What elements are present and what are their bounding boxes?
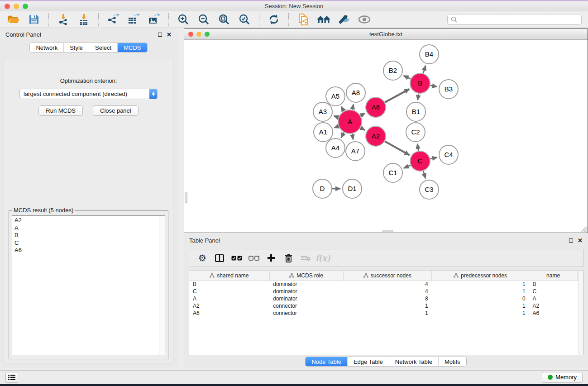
zoom-selected-button[interactable] bbox=[237, 13, 252, 26]
clone-network-button[interactable] bbox=[296, 13, 311, 26]
zoom-network-button[interactable] bbox=[205, 32, 210, 37]
memory-button[interactable]: Memory bbox=[542, 372, 583, 383]
edge-A-A2[interactable] bbox=[361, 128, 365, 130]
minimize-window-button[interactable] bbox=[14, 4, 19, 9]
table-cell[interactable]: 8 bbox=[343, 295, 431, 302]
close-window-button[interactable] bbox=[5, 4, 10, 9]
tab-network[interactable]: Network bbox=[30, 43, 63, 52]
zoom-fit-button[interactable] bbox=[217, 13, 231, 26]
zoom-out-button[interactable] bbox=[196, 13, 211, 26]
table-cell[interactable]: A2 bbox=[529, 302, 578, 310]
node-A3[interactable]: A3 bbox=[313, 102, 332, 121]
run-mcds-button[interactable]: Run MCDS bbox=[38, 105, 83, 116]
node-B3[interactable]: B3 bbox=[439, 80, 458, 99]
table-cell[interactable]: A6 bbox=[189, 310, 269, 317]
mcds-result-list[interactable]: A2ABCA6 bbox=[12, 215, 165, 355]
export-table-button[interactable] bbox=[126, 13, 141, 26]
node-C[interactable]: C bbox=[410, 151, 430, 171]
node-A4[interactable]: A4 bbox=[326, 138, 345, 157]
float-table-panel-icon[interactable] bbox=[569, 238, 573, 243]
column-header-MCDS-role[interactable]: MCDS role bbox=[269, 271, 343, 281]
node-A5[interactable]: A5 bbox=[326, 87, 345, 106]
edge-A-A4[interactable] bbox=[341, 133, 344, 138]
edge-C-C2[interactable] bbox=[417, 144, 418, 151]
destroy-table-button[interactable] bbox=[297, 250, 314, 266]
node-B1[interactable]: B1 bbox=[406, 102, 425, 121]
canvas-horizontal-scroll-nub[interactable] bbox=[382, 230, 393, 232]
edge-C-C4[interactable] bbox=[430, 157, 437, 159]
table-cell[interactable]: connector bbox=[269, 310, 343, 317]
mcds-result-item[interactable]: A6 bbox=[14, 247, 165, 254]
table-cell[interactable]: 1 bbox=[432, 302, 529, 310]
tab-motifs[interactable]: Motifs bbox=[438, 357, 466, 366]
table-cell[interactable]: dominator bbox=[269, 281, 343, 288]
node-A[interactable]: A bbox=[338, 110, 362, 133]
table-cell[interactable]: 1 bbox=[343, 302, 431, 310]
table-cell[interactable]: A6 bbox=[529, 310, 578, 317]
node-D1[interactable]: D1 bbox=[343, 179, 362, 198]
edge-A-A1[interactable] bbox=[334, 126, 339, 128]
table-settings-button[interactable]: ⚙ bbox=[194, 250, 211, 266]
resize-grip-icon[interactable] bbox=[580, 225, 587, 232]
tab-network-table[interactable]: Network Table bbox=[389, 357, 438, 366]
edge-A-A6[interactable] bbox=[361, 113, 365, 116]
import-network-button[interactable] bbox=[56, 13, 71, 26]
table-cell[interactable]: C bbox=[529, 288, 578, 295]
node-A2[interactable]: A2 bbox=[366, 126, 386, 146]
table-cell[interactable]: dominator bbox=[269, 288, 343, 295]
column-header-successor-nodes[interactable]: successor nodes bbox=[343, 271, 431, 281]
edge-A-A5[interactable] bbox=[341, 107, 344, 111]
tab-select[interactable]: Select bbox=[89, 43, 117, 52]
table-cell[interactable]: 4 bbox=[343, 281, 431, 288]
show-task-history-button[interactable] bbox=[5, 372, 18, 383]
node-C2[interactable]: C2 bbox=[406, 123, 425, 142]
close-table-panel-icon[interactable]: ✕ bbox=[578, 238, 583, 243]
minimize-network-button[interactable] bbox=[196, 32, 201, 37]
close-network-button[interactable] bbox=[188, 32, 193, 37]
select-all-rows-button[interactable] bbox=[228, 250, 245, 266]
table-cell[interactable]: connector bbox=[269, 302, 343, 310]
zoom-window-button[interactable] bbox=[23, 4, 28, 9]
export-network-button[interactable] bbox=[106, 13, 120, 26]
table-cell[interactable]: A bbox=[529, 295, 578, 302]
tab-style[interactable]: Style bbox=[63, 43, 89, 52]
deselect-all-rows-button[interactable] bbox=[245, 250, 263, 266]
node-A8[interactable]: A8 bbox=[346, 83, 365, 102]
edge-B-B2[interactable] bbox=[404, 76, 411, 79]
network-canvas[interactable]: AA1A2A3A4A5A6A7A8BB1B2B3B4CC1C2C3C4DD1 bbox=[184, 40, 588, 233]
column-header-predecessor-nodes[interactable]: predecessor nodes bbox=[432, 271, 529, 281]
table-cell[interactable]: C bbox=[189, 288, 269, 295]
table-cell[interactable]: A bbox=[189, 295, 269, 302]
table-cell[interactable]: 1 bbox=[432, 288, 529, 295]
mcds-result-item[interactable]: A2 bbox=[14, 217, 165, 224]
float-panel-icon[interactable] bbox=[158, 32, 162, 38]
create-column-button[interactable] bbox=[263, 250, 280, 266]
open-session-button[interactable] bbox=[6, 13, 21, 26]
edge-B-B4[interactable] bbox=[423, 66, 425, 73]
delete-column-button[interactable] bbox=[280, 250, 297, 266]
close-panel-button[interactable]: Close panel bbox=[93, 105, 139, 116]
optimization-select[interactable]: largest connected component (directed) bbox=[19, 89, 158, 99]
node-A1[interactable]: A1 bbox=[314, 123, 333, 142]
node-C4[interactable]: C4 bbox=[439, 145, 458, 164]
column-header-name[interactable]: name bbox=[529, 271, 578, 281]
table-cell[interactable]: dominator bbox=[269, 295, 343, 302]
column-visibility-button[interactable] bbox=[211, 250, 228, 266]
mcds-result-item[interactable]: B bbox=[14, 232, 165, 239]
edge-C-C3[interactable] bbox=[423, 171, 425, 178]
tab-edge-table[interactable]: Edge Table bbox=[347, 357, 389, 366]
apply-layout-button[interactable] bbox=[267, 13, 281, 26]
result-list-scrollbar[interactable] bbox=[159, 216, 165, 355]
import-table-button[interactable] bbox=[76, 13, 91, 26]
tab-node-table[interactable]: Node Table bbox=[306, 357, 347, 366]
node-B2[interactable]: B2 bbox=[383, 61, 402, 80]
node-D[interactable]: D bbox=[313, 179, 332, 198]
save-session-button[interactable] bbox=[27, 13, 41, 26]
mcds-result-item[interactable]: A bbox=[14, 224, 165, 232]
table-cell[interactable]: B bbox=[189, 281, 269, 288]
canvas-vertical-scroll-nub[interactable] bbox=[185, 192, 187, 203]
edge-B-B3[interactable] bbox=[430, 86, 437, 87]
table-cell[interactable]: 4 bbox=[343, 288, 431, 295]
export-image-button[interactable] bbox=[147, 13, 161, 26]
show-graphics-details-button[interactable] bbox=[357, 13, 372, 26]
